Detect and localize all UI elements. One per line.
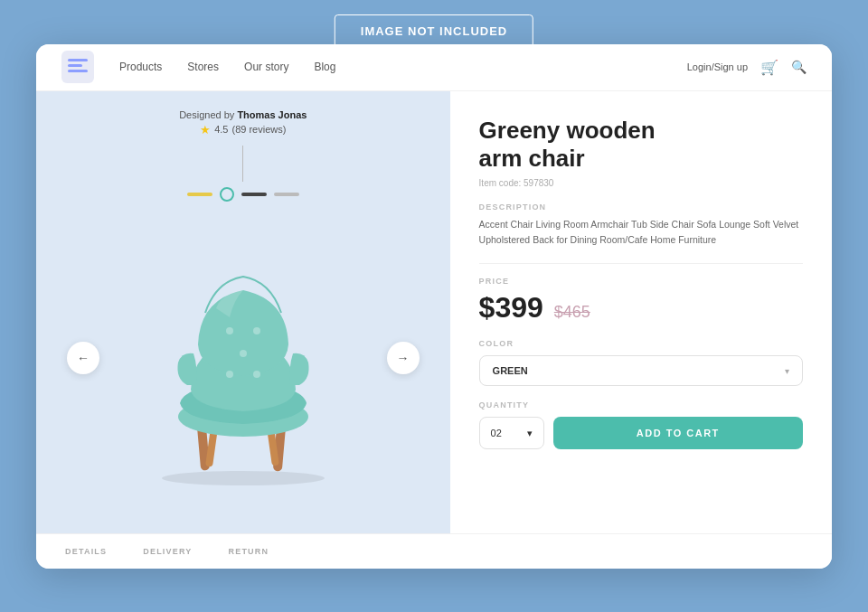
drop-line	[242, 146, 243, 182]
quantity-dropdown[interactable]: 02 ▾	[479, 417, 544, 449]
cart-icon[interactable]: 🛒	[760, 59, 778, 76]
color-dropdown[interactable]: GREEN ▾	[479, 355, 803, 386]
rating-value: 4.5	[214, 124, 228, 135]
swatch-gray[interactable]	[274, 193, 299, 196]
logo[interactable]	[61, 51, 94, 83]
swatch-teal-selected[interactable]	[220, 187, 234, 202]
main-content: Designed by Thomas Jonas ★ 4.5 (89 revie…	[36, 91, 832, 533]
browser-card: Products Stores Our story Blog Login/Sig…	[36, 44, 832, 569]
svg-point-8	[240, 350, 247, 357]
tab-delivery[interactable]: Delivery	[143, 534, 192, 569]
swatch-yellow[interactable]	[187, 193, 212, 196]
description-text: Accent Chair Living Room Armchair Tub Si…	[479, 217, 803, 248]
nav-products[interactable]: Products	[119, 61, 162, 73]
quantity-label: Quantity	[479, 400, 803, 410]
left-arrow-icon: ←	[77, 351, 90, 365]
item-code: Item code: 597830	[479, 178, 803, 188]
price-row: $399 $465	[479, 291, 803, 325]
swatch-dark[interactable]	[241, 193, 267, 196]
prev-image-button[interactable]: ←	[67, 342, 99, 374]
designer-info: Designed by Thomas Jonas ★ 4.5 (89 revie…	[179, 109, 307, 137]
add-to-cart-button[interactable]: ADD TO CART	[553, 417, 803, 449]
description-label: Description	[479, 202, 803, 212]
navbar: Products Stores Our story Blog Login/Sig…	[36, 44, 832, 91]
nav-our-story[interactable]: Our story	[244, 61, 288, 73]
logo-icon	[68, 59, 88, 75]
login-link[interactable]: Login/Sign up	[687, 61, 748, 72]
quantity-value: 02	[491, 428, 502, 438]
svg-point-7	[253, 327, 260, 334]
next-image-button[interactable]: →	[387, 342, 420, 374]
designer-name: Thomas Jonas	[237, 109, 307, 120]
designer-prefix: Designed by	[179, 109, 234, 120]
review-count: (89 reviews)	[231, 124, 286, 135]
add-to-cart-row: 02 ▾ ADD TO CART	[479, 417, 803, 449]
search-icon[interactable]: 🔍	[791, 60, 807, 74]
product-info-panel: Greeny wooden arm chair Item code: 59783…	[450, 91, 832, 533]
price-original: $465	[554, 303, 590, 322]
tab-details[interactable]: Details	[65, 534, 107, 569]
tab-return[interactable]: Return	[229, 534, 269, 569]
chair-illustration	[126, 227, 361, 489]
price-label: Price	[479, 277, 803, 286]
bottom-tabs: Details Delivery Return	[36, 533, 832, 569]
nav-blog[interactable]: Blog	[314, 61, 335, 73]
star-icon: ★	[200, 123, 211, 137]
chair-container: ←	[54, 202, 432, 515]
color-swatches-row	[187, 187, 299, 202]
svg-point-0	[162, 471, 325, 485]
color-selected-value: GREEN	[493, 365, 528, 376]
price-current: $399	[479, 291, 543, 325]
color-label: Color	[479, 339, 803, 348]
svg-point-6	[226, 327, 233, 334]
right-arrow-icon: →	[397, 351, 410, 365]
rating: ★ 4.5 (89 reviews)	[179, 123, 307, 137]
nav-links: Products Stores Our story Blog	[119, 61, 687, 73]
divider-1	[479, 263, 803, 264]
product-title: Greeny wooden arm chair	[479, 117, 803, 173]
nav-stores[interactable]: Stores	[187, 61, 219, 73]
product-image-panel: Designed by Thomas Jonas ★ 4.5 (89 revie…	[36, 91, 450, 533]
image-not-included-banner: IMAGE NOT INCLUDED	[335, 14, 533, 48]
color-chevron-icon: ▾	[785, 366, 789, 376]
quantity-chevron-icon: ▾	[527, 428, 533, 439]
svg-point-9	[226, 371, 233, 378]
svg-point-10	[253, 371, 260, 378]
nav-right: Login/Sign up 🛒 🔍	[687, 59, 807, 76]
